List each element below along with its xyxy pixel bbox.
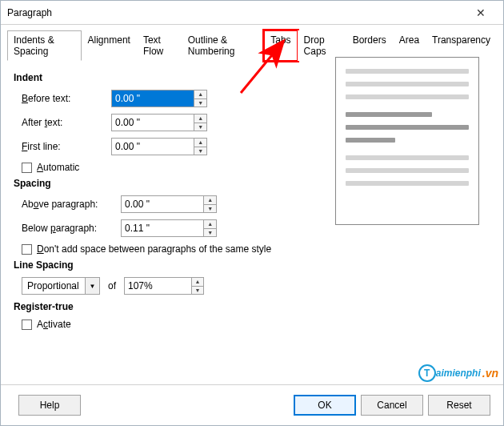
help-button[interactable]: Help: [18, 395, 81, 416]
automatic-label: Automatic: [37, 162, 79, 173]
tab-tabs[interactable]: Tabs: [264, 30, 297, 61]
label-first-line: First line:: [15, 141, 111, 152]
spin-up-icon[interactable]: ▲: [194, 90, 206, 99]
titlebar: Paragraph ✕: [1, 1, 503, 25]
label-after-text: After text:: [15, 117, 111, 128]
tab-indents-spacing[interactable]: Indents & Spacing: [7, 30, 82, 61]
below-paragraph-field[interactable]: ▲▼: [121, 219, 217, 237]
before-text-field[interactable]: ▲▼: [111, 90, 207, 107]
watermark: T aimienphi .vn: [418, 364, 498, 382]
line-spacing-value-field[interactable]: ▲▼: [124, 277, 204, 295]
line-spacing-select[interactable]: Proportional ▼: [22, 277, 100, 295]
activate-checkbox[interactable]: Activate: [22, 319, 489, 330]
preview-line: [346, 138, 395, 143]
button-bar: Help OK Cancel Reset: [1, 384, 503, 416]
preview-line: [346, 155, 469, 160]
reset-button[interactable]: Reset: [428, 395, 490, 416]
ok-button[interactable]: OK: [294, 395, 356, 416]
window-title: Paragraph: [7, 7, 465, 18]
section-register-true: Register-true: [14, 301, 489, 312]
spin-up-icon[interactable]: ▲: [192, 278, 203, 287]
cancel-button[interactable]: Cancel: [361, 395, 423, 416]
preview-line: [346, 181, 469, 186]
tab-text-flow[interactable]: Text Flow: [137, 30, 182, 61]
after-text-input[interactable]: [112, 115, 194, 131]
spin-up-icon[interactable]: ▲: [194, 115, 206, 123]
section-line-spacing: Line Spacing: [14, 259, 489, 271]
close-button[interactable]: ✕: [465, 2, 497, 24]
spin-down-icon[interactable]: ▼: [192, 287, 203, 295]
spin-down-icon[interactable]: ▼: [204, 229, 216, 237]
above-paragraph-input[interactable]: [122, 196, 203, 212]
preview-line: [346, 112, 432, 117]
spin-down-icon[interactable]: ▼: [194, 99, 206, 107]
spin-down-icon[interactable]: ▼: [194, 147, 206, 155]
spin-up-icon[interactable]: ▲: [204, 220, 216, 229]
label-below-paragraph: Below paragraph:: [15, 223, 121, 234]
no-space-same-style-checkbox[interactable]: Don't add space between paragraphs of th…: [22, 243, 489, 255]
preview-line: [346, 82, 469, 86]
above-paragraph-field[interactable]: ▲▼: [121, 195, 217, 213]
activate-label: Activate: [37, 319, 71, 330]
before-text-input[interactable]: [112, 90, 194, 106]
preview-line: [346, 94, 469, 99]
no-space-label: Don't add space between paragraphs of th…: [37, 243, 271, 255]
checkbox-box[interactable]: [22, 320, 32, 330]
tab-alignment[interactable]: Alignment: [82, 30, 137, 61]
preview-line: [346, 69, 469, 74]
watermark-icon: T: [418, 364, 436, 382]
watermark-suffix: .vn: [482, 367, 498, 380]
after-text-field[interactable]: ▲▼: [111, 114, 207, 131]
preview-pane: [335, 57, 479, 225]
spin-down-icon[interactable]: ▼: [204, 205, 216, 213]
label-of: of: [108, 280, 116, 291]
label-above-paragraph: Above paragraph:: [15, 199, 121, 210]
preview-line: [346, 168, 469, 173]
checkbox-box[interactable]: [22, 244, 32, 255]
first-line-field[interactable]: ▲▼: [111, 138, 207, 155]
watermark-text: aimienphi: [436, 368, 481, 379]
spin-up-icon[interactable]: ▲: [194, 139, 206, 147]
line-spacing-value-input[interactable]: [125, 278, 191, 294]
spin-up-icon[interactable]: ▲: [204, 196, 216, 205]
first-line-input[interactable]: [112, 139, 194, 155]
checkbox-box[interactable]: [22, 163, 32, 173]
preview-line: [346, 125, 469, 130]
chevron-down-icon[interactable]: ▼: [85, 278, 99, 294]
line-spacing-mode: Proportional: [22, 280, 85, 291]
label-before-text: Before text:: [15, 93, 111, 104]
tab-outline-numbering[interactable]: Outline & Numbering: [182, 30, 265, 61]
spin-down-icon[interactable]: ▼: [194, 123, 206, 131]
below-paragraph-input[interactable]: [122, 220, 203, 236]
